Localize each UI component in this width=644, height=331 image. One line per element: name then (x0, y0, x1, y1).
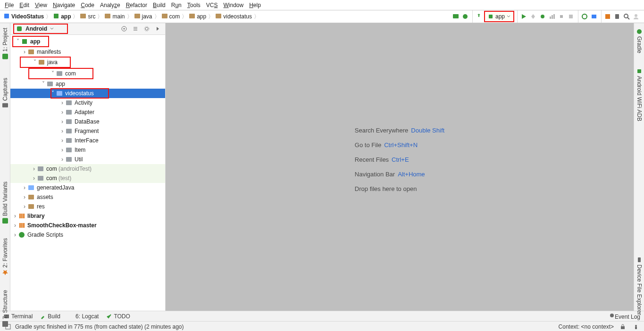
crumb-5[interactable]: com (160, 13, 182, 20)
folder-icon (162, 13, 167, 20)
hide-icon[interactable] (154, 25, 162, 33)
tab-build[interactable]: Build (40, 313, 60, 320)
gear-icon[interactable] (142, 25, 151, 33)
sdk-manager-icon[interactable] (590, 12, 598, 21)
tree-node-com[interactable]: ˅com (28, 68, 93, 79)
tab-favorites[interactable]: 2: Favorites (1, 235, 9, 278)
attach-debugger-icon[interactable] (557, 12, 566, 21)
tab-device-file-explorer[interactable]: Device File Explorer (635, 254, 644, 318)
hector-icon[interactable] (632, 323, 640, 331)
status-context[interactable]: Context: <no context> (559, 323, 614, 330)
main-area: 1: Project Captures Build Variants 2: Fa… (0, 23, 644, 331)
project-mode-selector[interactable]: Android (13, 24, 68, 34)
menu-help[interactable]: Help (246, 2, 264, 8)
tab-structure[interactable]: 7: Structure (1, 287, 9, 330)
project-structure-icon[interactable] (603, 12, 612, 21)
tab-logcat[interactable]: 6: Logcat (68, 313, 99, 320)
tree-node-com-test[interactable]: ›com (test) (10, 174, 165, 183)
apply-changes-icon[interactable] (529, 12, 537, 21)
crumb-2[interactable]: src (78, 13, 97, 20)
tree-node-smoothcheckbox[interactable]: ›SmoothCheckBox-master (10, 221, 165, 230)
run-icon[interactable] (519, 12, 528, 21)
search-icon[interactable] (622, 12, 631, 21)
crumb-3[interactable]: main (103, 13, 126, 20)
tree-node-gradle-scripts[interactable]: ›Gradle Scripts (10, 230, 165, 240)
tree-node-activity[interactable]: ›Activity (10, 98, 165, 108)
run-configuration[interactable]: app (484, 11, 514, 22)
cast-icon[interactable] (452, 12, 460, 21)
sync-gradle-icon[interactable] (475, 12, 483, 21)
tree-node-item[interactable]: ›Item (10, 145, 165, 155)
menu-window[interactable]: Window (220, 2, 246, 8)
menu-file[interactable]: File (2, 2, 17, 8)
tree-node-res[interactable]: ›res (10, 202, 165, 211)
crumb-6[interactable]: app (187, 13, 208, 20)
package-icon (56, 70, 63, 77)
menu-edit[interactable]: Edit (17, 2, 32, 8)
menu-view[interactable]: View (32, 2, 50, 8)
gradle-icon (636, 29, 642, 34)
project-icon (2, 54, 8, 59)
tree-node-app-pkg[interactable]: ˅app (10, 79, 165, 89)
tree-node-library[interactable]: ›library (10, 211, 165, 221)
tree-node-adapter[interactable]: ›Adapter (10, 108, 165, 117)
svg-point-11 (541, 15, 544, 18)
tree-node-fragment[interactable]: ›Fragment (10, 126, 165, 136)
svg-rect-8 (453, 14, 459, 18)
collapse-all-icon[interactable] (131, 25, 140, 33)
profile-icon[interactable] (548, 12, 556, 21)
stop-icon[interactable] (567, 12, 575, 21)
tree-node-generatedjava[interactable]: ›generatedJava (10, 183, 165, 192)
crumb-1[interactable]: app (51, 13, 73, 20)
breadcrumbs[interactable]: VideoStatus 〉 app 〉 src〉 main〉 java〉 com… (2, 13, 450, 21)
tree-node-database[interactable]: ›DataBase (10, 117, 165, 126)
crumb-0[interactable]: VideoStatus (2, 13, 46, 20)
crumb-7[interactable]: videostatus (214, 13, 254, 20)
menu-build[interactable]: Build (150, 2, 168, 8)
editor-empty-area[interactable]: Search EverywhereDouble Shift Go to File… (166, 23, 634, 311)
lock-icon[interactable] (619, 323, 627, 331)
menu-tools[interactable]: Tools (184, 2, 203, 8)
tab-build-variants[interactable]: Build Variants (1, 179, 9, 226)
menu-analyze[interactable]: Analyze (97, 2, 123, 8)
module-icon (53, 13, 59, 20)
tree-node-videostatus[interactable]: ˅videostatus (10, 89, 165, 98)
tree-node-app[interactable]: ˅app (12, 36, 49, 47)
device-manager-icon[interactable] (613, 12, 621, 21)
tree-node-manifests[interactable]: ›manifests (10, 47, 165, 57)
variants-icon (2, 218, 8, 223)
menu-run[interactable]: Run (168, 2, 184, 8)
folder-icon (216, 13, 221, 20)
menu-code[interactable]: Code (78, 2, 97, 8)
project-tree[interactable]: ˅app ›manifests ˅java ˅com ˅app ˅videost… (10, 35, 165, 311)
todo-icon (106, 314, 112, 319)
svg-rect-25 (2, 103, 8, 108)
layout-inspector-icon[interactable] (580, 12, 589, 21)
user-icon[interactable] (632, 12, 640, 21)
avd-manager-icon[interactable] (461, 12, 469, 21)
tab-project[interactable]: 1: Project (1, 25, 9, 62)
svg-rect-55 (21, 223, 23, 228)
svg-point-31 (145, 27, 148, 30)
menu-navigate[interactable]: Navigate (50, 2, 78, 8)
menu-vcs[interactable]: VCS (203, 2, 221, 8)
debug-icon[interactable] (538, 12, 547, 21)
tab-todo[interactable]: TODO (106, 313, 130, 320)
tab-android-wifi-adb[interactable]: Android WiFi ADB (635, 66, 644, 124)
tab-captures[interactable]: Captures (1, 75, 9, 111)
tree-node-util[interactable]: ›Util (10, 155, 165, 164)
tree-node-com-androidtest[interactable]: ›com (androidTest) (10, 164, 165, 174)
svg-rect-56 (23, 223, 25, 228)
status-bar: Gradle sync finished in 775 ms (from cac… (0, 321, 644, 331)
svg-rect-16 (569, 15, 573, 18)
menu-refactor[interactable]: Refactor (123, 2, 150, 8)
svg-rect-14 (553, 14, 555, 19)
folder-icon (38, 58, 45, 66)
crumb-4[interactable]: java (133, 13, 154, 20)
tree-node-assets[interactable]: ›assets (10, 192, 165, 202)
tree-node-java[interactable]: ˅java (20, 57, 71, 68)
tab-gradle[interactable]: Gradle (635, 26, 644, 56)
tree-node-interface[interactable]: ›InterFace (10, 136, 165, 145)
crumb-text: app (61, 13, 71, 20)
target-icon[interactable] (120, 25, 128, 33)
